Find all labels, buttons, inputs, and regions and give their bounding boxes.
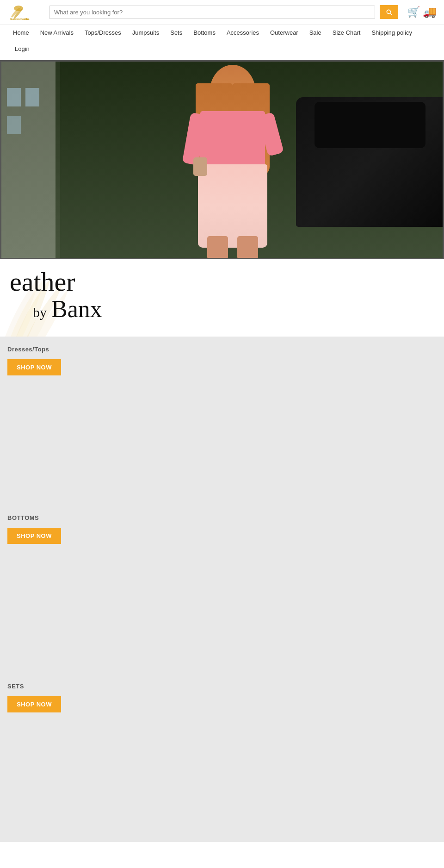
nav-item-size-chart[interactable]: Size Chart [327, 25, 366, 41]
search-bar [49, 6, 375, 19]
nav-item-sets[interactable]: Sets [165, 25, 188, 41]
section-dresses-tops-label: Dresses/Tops [7, 346, 437, 353]
search-button[interactable] [380, 5, 398, 19]
cart-truck-area: 🛒 🚚 [407, 6, 437, 19]
search-icon [385, 8, 393, 16]
shop-now-bottoms-button[interactable]: SHOP NOW [7, 528, 61, 544]
shop-now-sets-button[interactable]: SHOP NOW [7, 696, 61, 712]
hero-section: eather by Banx [0, 60, 444, 337]
nav-item-home[interactable]: Home [7, 25, 35, 41]
brand-feather-text: eather [10, 269, 75, 295]
nav-item-tops-dresses[interactable]: Tops/Dresses [79, 25, 127, 41]
nav-item-accessories[interactable]: Accessories [221, 25, 265, 41]
header-top: Golden Feather 🛒 🚚 [0, 0, 444, 24]
nav-item-bottoms[interactable]: Bottoms [188, 25, 221, 41]
nav-item-jumpsuits[interactable]: Jumpsuits [127, 25, 165, 41]
brand-by-text: by [33, 305, 47, 320]
section-dresses-tops: Dresses/Tops SHOP NOW [0, 337, 444, 505]
login-link[interactable]: Login [7, 41, 437, 57]
brand-overlay: eather by Banx [0, 259, 444, 337]
nav-item-outerwear[interactable]: Outerwear [265, 25, 304, 41]
nav-item-shipping-policy[interactable]: Shipping policy [366, 25, 417, 41]
shop-now-dresses-tops-button[interactable]: SHOP NOW [7, 359, 61, 375]
main-nav: Home New Arrivals Tops/Dresses Jumpsuits… [0, 24, 444, 41]
search-input[interactable] [49, 6, 375, 19]
logo[interactable]: Golden Feather [7, 4, 44, 20]
section-sets-label: SETS [7, 683, 437, 690]
cart-icon[interactable]: 🛒 [407, 6, 420, 18]
nav-item-sale[interactable]: Sale [304, 25, 327, 41]
section-bottoms-label: BOTTOMS [7, 514, 437, 521]
svg-text:Golden Feather: Golden Feather [10, 18, 30, 20]
logo-icon: Golden Feather [7, 4, 30, 20]
shipping-truck-icon: 🚚 [423, 6, 437, 19]
brand-banx-text: Banx [51, 295, 102, 323]
nav-item-new-arrivals[interactable]: New Arrivals [35, 25, 79, 41]
section-sets: SETS SHOP NOW [0, 674, 444, 842]
header: Golden Feather 🛒 🚚 Home New Arrivals Top… [0, 0, 444, 60]
section-bottoms: BOTTOMS SHOP NOW [0, 505, 444, 674]
